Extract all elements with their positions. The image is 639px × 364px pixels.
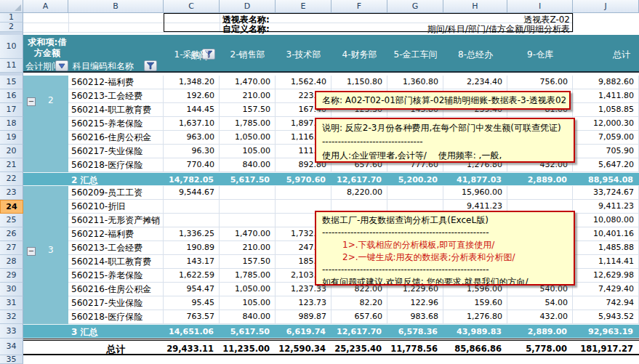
value-cell[interactable]: 122.96 — [387, 296, 443, 310]
collapse-group-button[interactable]: − — [27, 97, 36, 106]
value-cell[interactable] — [220, 214, 276, 227]
subtotal-value[interactable]: 41,877.03 — [443, 175, 502, 185]
period-dropdown-button[interactable] — [55, 60, 68, 71]
row-header-28[interactable]: 28 — [0, 255, 23, 269]
subject-cell[interactable]: 560212-福利费 — [68, 76, 164, 89]
column-header-E[interactable]: E — [276, 0, 331, 12]
value-cell[interactable]: 1,276.80 — [443, 310, 507, 324]
value-cell[interactable]: 840.00 — [220, 158, 276, 172]
subject-filter-button[interactable] — [144, 60, 157, 71]
value-cell[interactable]: 963.00 — [164, 131, 220, 145]
value-cell[interactable] — [220, 200, 276, 214]
row-header-33[interactable]: 33 — [0, 324, 23, 339]
value-cell[interactable]: 8,220.00 — [331, 186, 387, 200]
value-cell[interactable]: 144.45 — [164, 103, 220, 117]
grand-total-value[interactable]: 29,433.11 — [164, 344, 214, 354]
value-cell[interactable]: 143.17 — [164, 255, 220, 269]
value-cell[interactable]: 7,429.40 — [573, 283, 639, 296]
value-cell[interactable]: 983.68 — [387, 310, 443, 324]
value-cell[interactable]: 5,647.20 — [573, 158, 639, 172]
value-cell[interactable]: 1,637.10 — [164, 117, 220, 131]
subject-cell[interactable]: 560217-失业保险 — [68, 145, 164, 158]
row-header-31[interactable]: 31 — [0, 296, 23, 310]
column-header-D[interactable]: D — [220, 0, 276, 12]
subtotal-value[interactable]: 5,970.60 — [276, 175, 326, 185]
subject-cell[interactable]: 560216-住房公积金 — [68, 283, 164, 296]
value-cell[interactable]: 770.40 — [164, 158, 220, 172]
subject-cell[interactable]: 560209-员工工资 — [68, 186, 164, 200]
note-box-name[interactable]: 名称: A02-T02-01部门核算-02辅助明细账-数据表-3-透视表02 — [315, 91, 571, 110]
row-header-20[interactable]: 20 — [0, 145, 23, 158]
subtotal-value[interactable]: 5,617.50 — [220, 327, 270, 336]
value-cell[interactable]: 9,411.23 — [573, 200, 639, 214]
subject-cell[interactable]: 560213-工会经费 — [68, 89, 164, 103]
subject-cell[interactable]: 560216-住房公积金 — [68, 131, 164, 145]
row-header-35[interactable]: 35 — [0, 355, 23, 364]
row-header-25[interactable]: 25 — [0, 214, 23, 227]
column-header-A[interactable]: A — [23, 0, 68, 12]
value-cell[interactable]: 1,336.25 — [164, 227, 220, 241]
grand-total-value[interactable]: 11,778.56 — [387, 344, 438, 354]
row-header-22[interactable]: 22 — [0, 172, 23, 186]
value-cell[interactable]: 15,960.00 — [443, 186, 507, 200]
value-cell[interactable]: 192.60 — [164, 89, 220, 103]
value-cell[interactable]: 989.87 — [276, 310, 331, 324]
column-header-B[interactable]: B — [68, 0, 164, 12]
value-cell[interactable]: 1,348.20 — [164, 76, 220, 89]
value-cell[interactable]: 54.00 — [507, 296, 573, 310]
value-cell[interactable]: 12,000.30 — [573, 117, 639, 131]
value-cell[interactable]: 96.30 — [164, 145, 220, 158]
value-cell[interactable]: 1,050.00 — [220, 283, 276, 296]
value-cell[interactable]: 763.57 — [164, 310, 220, 324]
column-header-F[interactable]: F — [331, 0, 387, 12]
row-header-2[interactable]: 2 — [0, 23, 23, 32]
subtotal-value[interactable]: 5,200.20 — [387, 175, 438, 185]
grand-total-value[interactable]: 181,917.27 — [573, 344, 633, 354]
row-header-19[interactable]: 19 — [0, 131, 23, 145]
value-cell[interactable] — [507, 186, 573, 200]
row-header-29[interactable]: 29 — [0, 269, 23, 283]
value-cell[interactable]: 1,050.00 — [220, 131, 276, 145]
row-header-16[interactable]: 16 — [0, 89, 23, 103]
value-cell[interactable]: 705.90 — [573, 145, 639, 158]
value-cell[interactable]: 657.60 — [331, 310, 387, 324]
value-cell[interactable]: 1,485.88 — [573, 241, 639, 255]
value-cell[interactable]: 190.89 — [164, 241, 220, 255]
column-header-C[interactable]: C — [164, 0, 220, 12]
value-cell[interactable]: 742.94 — [573, 296, 639, 310]
row-header-1[interactable]: 1 — [0, 13, 23, 23]
value-cell[interactable] — [276, 186, 331, 200]
grand-total-value[interactable]: 25,235.40 — [331, 344, 382, 354]
grand-total-value[interactable]: 11,235.00 — [220, 344, 270, 354]
row-header-11[interactable]: 11 — [0, 59, 23, 73]
value-cell[interactable]: 7,059.00 — [573, 131, 639, 145]
value-cell[interactable]: 10,401.16 — [573, 227, 639, 241]
value-cell[interactable]: 840.00 — [220, 310, 276, 324]
value-cell[interactable]: 82.20 — [331, 296, 387, 310]
value-cell[interactable]: 159.60 — [443, 296, 507, 310]
collapse-group-button[interactable]: − — [27, 247, 36, 256]
subject-cell[interactable]: 560213-工会经费 — [68, 241, 164, 255]
custom-name-value[interactable]: 期间/科目/部门/借方金额/明细分析表 — [327, 23, 570, 36]
value-cell[interactable]: 123.73 — [276, 296, 331, 310]
subject-cell[interactable]: 560215-养老保险 — [68, 117, 164, 131]
row-header-21[interactable]: 21 — [0, 158, 23, 172]
column-header-J[interactable]: J — [573, 0, 639, 12]
subtotal-value[interactable]: 12,617.70 — [331, 175, 382, 185]
value-cell[interactable]: 157.50 — [220, 103, 276, 117]
subtotal-value[interactable]: 2,889.00 — [507, 327, 567, 336]
value-cell[interactable]: 1,562.40 — [276, 76, 331, 89]
value-cell[interactable]: 10,080.00 — [573, 214, 639, 227]
value-cell[interactable]: 1,150.80 — [331, 76, 387, 89]
subtotal-value[interactable]: 6,578.36 — [387, 327, 438, 336]
subject-cell[interactable]: 560218-医疗保险 — [68, 158, 164, 172]
subject-cell[interactable]: 560211-无形资产摊销 — [68, 214, 164, 227]
value-cell[interactable]: 1,470.00 — [220, 76, 276, 89]
value-cell[interactable]: 95.45 — [164, 296, 220, 310]
subject-cell[interactable]: 560217-失业保险 — [68, 296, 164, 310]
row-header-34[interactable]: 34 — [0, 339, 23, 355]
select-all-corner[interactable] — [0, 0, 23, 12]
row-header-27[interactable]: 27 — [0, 241, 23, 255]
value-cell[interactable]: 210.00 — [220, 241, 276, 255]
value-cell[interactable]: 157.50 — [220, 255, 276, 269]
